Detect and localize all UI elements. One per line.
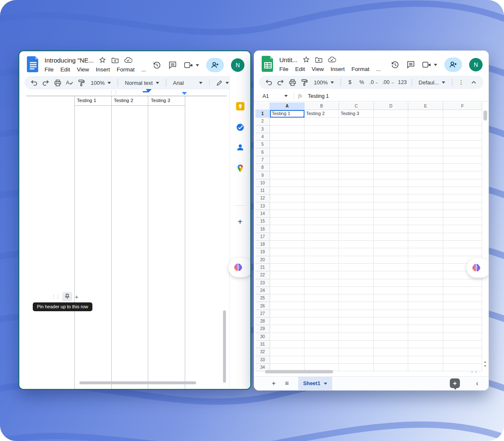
sheet-tab-caret-icon[interactable] [324, 383, 327, 385]
row-header-6[interactable]: 6 [255, 148, 270, 156]
comments-icon[interactable] [168, 61, 177, 69]
docs-document-area[interactable]: ⋮⋮ Testing 1Testing 2Testing 3 ⋮⋮ + Pin … [19, 89, 250, 389]
cell-b26[interactable] [304, 302, 339, 310]
share-button[interactable] [444, 58, 462, 72]
cell-f28[interactable] [443, 318, 482, 325]
cell-d30[interactable] [374, 333, 408, 341]
more-formats-button[interactable]: 123 [396, 77, 408, 88]
cell-b15[interactable] [304, 218, 339, 225]
menu-item-edit[interactable]: Edit [292, 65, 308, 73]
cell-b20[interactable] [304, 256, 339, 264]
cell-d11[interactable] [374, 187, 408, 194]
cell-f17[interactable] [443, 233, 482, 241]
pin-header-button[interactable] [62, 292, 72, 301]
cell-c18[interactable] [339, 241, 374, 248]
cell-e10[interactable] [408, 179, 443, 187]
cell-b29[interactable] [304, 325, 339, 333]
add-row-button[interactable]: + [75, 293, 79, 300]
cell-e16[interactable] [408, 225, 443, 233]
format-percent-button[interactable]: % [356, 77, 367, 88]
cell-d28[interactable] [374, 318, 408, 325]
cell-e5[interactable] [408, 141, 443, 148]
cell-e23[interactable] [408, 279, 443, 287]
cell-e6[interactable] [408, 148, 443, 156]
cell-b33[interactable] [304, 356, 339, 364]
row-header-3[interactable]: 3 [255, 126, 270, 133]
maps-icon[interactable] [237, 164, 244, 173]
cell-b31[interactable] [304, 341, 339, 348]
cell-a7[interactable] [270, 156, 304, 164]
cell-d2[interactable] [374, 118, 408, 125]
cell-a25[interactable] [270, 294, 304, 302]
row-header-20[interactable]: 20 [255, 256, 270, 264]
cell-f16[interactable] [443, 225, 482, 233]
cell-b2[interactable] [304, 118, 339, 125]
cell-a17[interactable] [270, 233, 304, 241]
comments-icon[interactable] [407, 60, 415, 69]
cell-c15[interactable] [339, 218, 374, 225]
cell-f19[interactable] [443, 248, 482, 256]
cell-c7[interactable] [339, 156, 374, 164]
cell-a1[interactable]: Testing 1 [270, 110, 304, 118]
cell-c12[interactable] [339, 194, 374, 202]
cell-b9[interactable] [304, 171, 339, 179]
column-header-f[interactable]: F [443, 102, 482, 110]
decrease-decimal-button[interactable]: .0← [368, 77, 380, 88]
name-box[interactable]: A1 [262, 93, 284, 99]
cell-f12[interactable] [443, 194, 482, 202]
cell-e2[interactable] [408, 118, 443, 125]
row-header-10[interactable]: 10 [255, 179, 270, 187]
share-button[interactable] [206, 58, 224, 72]
cell-d32[interactable] [374, 348, 408, 356]
cell-a18[interactable] [270, 241, 304, 248]
zoom-select[interactable]: 100% [87, 77, 114, 88]
cell-e26[interactable] [408, 302, 443, 310]
cell-e30[interactable] [408, 333, 443, 341]
menu-item-format[interactable]: Format [348, 65, 373, 73]
cell-c11[interactable] [339, 187, 374, 194]
cell-f29[interactable] [443, 325, 482, 333]
row-header-22[interactable]: 22 [255, 271, 270, 279]
cell-e34[interactable] [408, 364, 443, 371]
cell-e9[interactable] [408, 171, 443, 179]
cell-c9[interactable] [339, 171, 374, 179]
cell-b27[interactable] [304, 310, 339, 318]
cell-b19[interactable] [304, 248, 339, 256]
cell-a30[interactable] [270, 333, 304, 341]
redo-button[interactable] [40, 77, 51, 88]
cell-c2[interactable] [339, 118, 374, 125]
cell-d1[interactable] [374, 110, 408, 118]
undo-button[interactable] [29, 77, 39, 88]
menu-item-[interactable]: ... [373, 65, 384, 73]
cell-c17[interactable] [339, 233, 374, 241]
cell-d23[interactable] [374, 279, 408, 287]
cell-f27[interactable] [443, 310, 482, 318]
add-sheet-button[interactable]: + [272, 380, 276, 387]
cell-f1[interactable] [443, 110, 482, 118]
row-header-25[interactable]: 25 [255, 294, 270, 302]
cell-f32[interactable] [443, 348, 482, 356]
cell-c16[interactable] [339, 225, 374, 233]
theme-format-select[interactable]: Defaul... [415, 77, 449, 88]
meet-video-icon[interactable] [184, 62, 199, 68]
cell-e27[interactable] [408, 310, 443, 318]
cell-c4[interactable] [339, 133, 374, 141]
cell-e8[interactable] [408, 164, 443, 171]
row-header-29[interactable]: 29 [255, 325, 270, 333]
cell-e13[interactable] [408, 202, 443, 210]
column-header-c[interactable]: C [339, 102, 374, 110]
cell-f14[interactable] [443, 210, 482, 218]
row-header-31[interactable]: 31 [255, 341, 270, 348]
cell-f7[interactable] [443, 156, 482, 164]
move-folder-icon[interactable] [111, 57, 119, 63]
get-addons-button[interactable]: + [238, 217, 243, 227]
menu-item-insert[interactable]: Insert [327, 65, 348, 73]
row-header-5[interactable]: 5 [255, 141, 270, 148]
tasks-icon[interactable] [236, 123, 244, 131]
sheet-tab[interactable]: Sheet1 [298, 377, 332, 391]
cell-f9[interactable] [443, 171, 482, 179]
cell-e15[interactable] [408, 218, 443, 225]
cell-b28[interactable] [304, 318, 339, 325]
cell-b21[interactable] [304, 264, 339, 271]
table-drag-handle-icon[interactable]: ⋮⋮ [109, 90, 118, 95]
